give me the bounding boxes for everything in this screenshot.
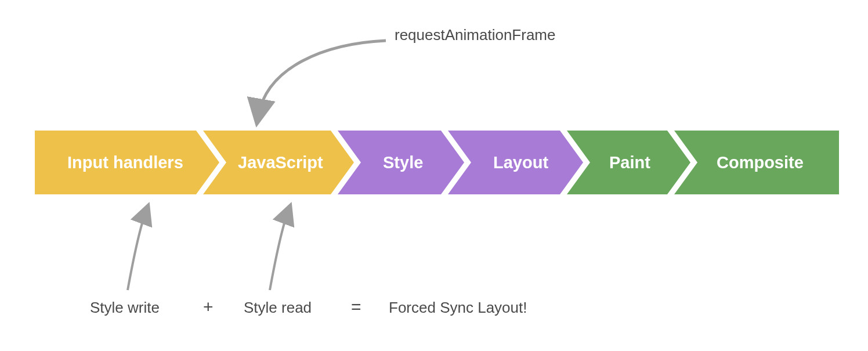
arrow-style-write-icon [116, 206, 174, 293]
stage-input-handlers-label: Input handlers [67, 153, 183, 172]
operator-equals: = [351, 297, 361, 317]
arrow-raf-icon [249, 35, 400, 128]
stage-paint-label: Paint [609, 153, 650, 172]
stage-layout-label: Layout [493, 153, 548, 172]
operator-plus: + [203, 297, 214, 317]
annotation-style-read: Style read [244, 299, 312, 317]
stage-composite-label: Composite [717, 153, 804, 172]
arrow-style-read-icon [258, 206, 316, 293]
annotation-style-write: Style write [90, 299, 160, 317]
annotation-raf: requestAnimationFrame [395, 26, 555, 44]
stage-javascript-label: JavaScript [238, 153, 323, 172]
stage-style-label: Style [383, 153, 423, 172]
annotation-fsl: Forced Sync Layout! [389, 299, 527, 317]
